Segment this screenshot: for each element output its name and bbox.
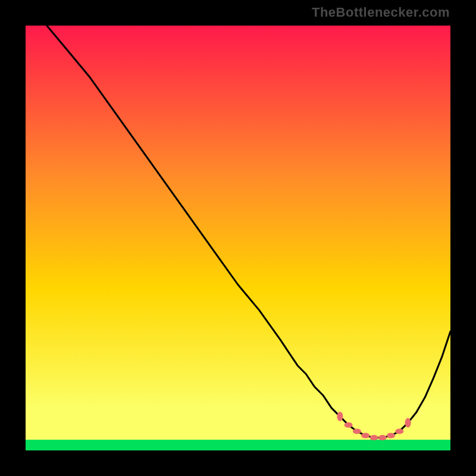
highlight-dot — [337, 412, 343, 421]
chart-frame: TheBottlenecker.com — [0, 0, 476, 476]
green-band — [26, 440, 450, 450]
highlight-dot — [395, 428, 403, 434]
plot-area — [26, 26, 450, 450]
highlight-dot — [345, 422, 353, 428]
watermark-text: TheBottlenecker.com — [312, 5, 450, 20]
highlight-dot — [387, 433, 395, 439]
highlight-dot — [353, 428, 361, 434]
highlight-dot — [378, 435, 387, 440]
chart-svg — [26, 26, 450, 450]
highlight-dot — [370, 435, 378, 440]
highlight-dot — [361, 433, 369, 439]
gradient-background — [26, 26, 450, 450]
highlight-dot — [405, 418, 411, 428]
